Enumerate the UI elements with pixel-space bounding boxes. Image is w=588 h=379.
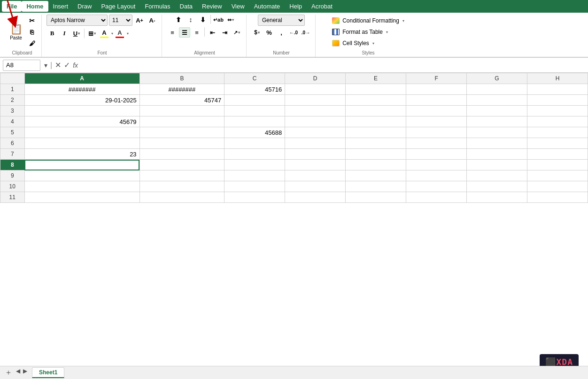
cell-H1[interactable] xyxy=(527,84,588,95)
fill-color-button[interactable]: A xyxy=(99,28,110,39)
cell-E9[interactable] xyxy=(346,170,406,181)
row-header-1[interactable]: 1 xyxy=(0,84,25,95)
cell-F4[interactable] xyxy=(406,116,467,127)
cell-F2[interactable] xyxy=(406,95,467,106)
col-header-G[interactable]: G xyxy=(467,73,527,84)
insert-function-button[interactable]: fx xyxy=(73,62,78,69)
decrease-font-button[interactable]: A- xyxy=(147,15,158,25)
align-bottom-button[interactable]: ⬇ xyxy=(197,15,209,25)
col-header-C[interactable]: C xyxy=(224,73,285,84)
cell-A2[interactable]: 29-01-2025 xyxy=(24,95,139,106)
menu-file[interactable]: File xyxy=(2,1,22,12)
cell-C11[interactable] xyxy=(224,192,285,203)
row-header-7[interactable]: 7 xyxy=(0,149,25,160)
cell-A7[interactable]: 23 xyxy=(24,149,139,160)
cell-H11[interactable] xyxy=(527,192,588,203)
font-family-select[interactable]: Aptos Narrow xyxy=(46,15,108,26)
formula-input[interactable] xyxy=(82,62,585,69)
cell-A6[interactable] xyxy=(24,138,139,149)
cell-D5[interactable] xyxy=(285,127,346,138)
col-header-F[interactable]: F xyxy=(406,73,467,84)
cell-G6[interactable] xyxy=(467,138,527,149)
cut-button[interactable]: ✂ xyxy=(26,15,38,26)
row-header-10[interactable]: 10 xyxy=(0,181,25,192)
menu-review[interactable]: Review xyxy=(197,1,227,12)
cell-B10[interactable] xyxy=(139,181,224,192)
cell-C4[interactable] xyxy=(224,116,285,127)
col-header-H[interactable]: H xyxy=(527,73,588,84)
cell-B2[interactable]: 45747 xyxy=(139,95,224,106)
col-header-E[interactable]: E xyxy=(346,73,406,84)
align-top-button[interactable]: ⬆ xyxy=(173,15,184,25)
cell-B7[interactable] xyxy=(139,149,224,160)
menu-draw[interactable]: Draw xyxy=(73,1,96,12)
align-center-button[interactable]: ☰ xyxy=(179,27,190,38)
increase-decimal-button[interactable]: .0→ xyxy=(300,27,311,38)
cell-G3[interactable] xyxy=(467,106,527,116)
align-right-button[interactable]: ≡ xyxy=(191,27,202,38)
cancel-formula-button[interactable]: ✕ xyxy=(55,61,61,70)
cell-C3[interactable] xyxy=(224,106,285,116)
cell-D10[interactable] xyxy=(285,181,346,192)
cell-E3[interactable] xyxy=(346,106,406,116)
paste-button[interactable]: 📋 Paste xyxy=(7,20,25,44)
align-middle-button[interactable]: ↕ xyxy=(185,15,196,25)
menu-data[interactable]: Data xyxy=(175,1,197,12)
menu-formulas[interactable]: Formulas xyxy=(140,1,175,12)
menu-view[interactable]: View xyxy=(227,1,249,12)
cell-A5[interactable] xyxy=(24,127,139,138)
text-direction-button[interactable]: ↗▾ xyxy=(231,27,242,38)
cell-C10[interactable] xyxy=(224,181,285,192)
cell-E2[interactable] xyxy=(346,95,406,106)
menu-acrobat[interactable]: Acrobat xyxy=(307,1,337,12)
cell-D11[interactable] xyxy=(285,192,346,203)
percent-button[interactable]: % xyxy=(263,27,275,38)
cell-styles-button[interactable]: Cell Styles ▾ xyxy=(328,38,379,48)
format-painter-button[interactable]: 🖌 xyxy=(26,38,38,48)
row-header-5[interactable]: 5 xyxy=(0,127,25,138)
row-header-11[interactable]: 11 xyxy=(0,192,25,203)
cell-E1[interactable] xyxy=(346,84,406,95)
italic-button[interactable]: I xyxy=(59,28,70,39)
cell-G8[interactable] xyxy=(467,160,527,170)
cell-C7[interactable] xyxy=(224,149,285,160)
cell-C2[interactable] xyxy=(224,95,285,106)
align-left-button[interactable]: ≡ xyxy=(167,27,178,38)
cell-D6[interactable] xyxy=(285,138,346,149)
col-header-B[interactable]: B xyxy=(139,73,224,84)
cell-H6[interactable] xyxy=(527,138,588,149)
cell-A1[interactable]: ######## xyxy=(24,84,139,95)
cell-C8[interactable] xyxy=(224,160,285,170)
cell-C5[interactable]: 45688 xyxy=(224,127,285,138)
cell-B5[interactable] xyxy=(139,127,224,138)
conditional-formatting-button[interactable]: Conditional Formatting ▾ xyxy=(328,15,409,26)
cell-F11[interactable] xyxy=(406,192,467,203)
cell-D4[interactable] xyxy=(285,116,346,127)
cell-C6[interactable] xyxy=(224,138,285,149)
cell-G1[interactable] xyxy=(467,84,527,95)
cell-D3[interactable] xyxy=(285,106,346,116)
cell-H4[interactable] xyxy=(527,116,588,127)
row-header-6[interactable]: 6 xyxy=(0,138,25,149)
underline-button[interactable]: U▾ xyxy=(71,28,82,39)
cell-E7[interactable] xyxy=(346,149,406,160)
number-format-select[interactable]: General xyxy=(258,15,305,26)
border-button[interactable]: ⊞▾ xyxy=(86,28,98,39)
cell-C9[interactable] xyxy=(224,170,285,181)
cell-A8[interactable] xyxy=(24,160,139,170)
cell-F3[interactable] xyxy=(406,106,467,116)
menu-automate[interactable]: Automate xyxy=(249,1,285,12)
cell-G11[interactable] xyxy=(467,192,527,203)
col-header-D[interactable]: D xyxy=(285,73,346,84)
cell-D2[interactable] xyxy=(285,95,346,106)
row-header-2[interactable]: 2 xyxy=(0,95,25,106)
cell-E6[interactable] xyxy=(346,138,406,149)
menu-home[interactable]: Home xyxy=(22,1,48,12)
comma-button[interactable]: , xyxy=(276,27,287,38)
cell-D1[interactable] xyxy=(285,84,346,95)
cell-A4[interactable]: 45679 xyxy=(24,116,139,127)
copy-button[interactable]: ⎘ xyxy=(26,27,38,37)
menu-insert[interactable]: Insert xyxy=(48,1,73,12)
cell-F6[interactable] xyxy=(406,138,467,149)
cell-H2[interactable] xyxy=(527,95,588,106)
